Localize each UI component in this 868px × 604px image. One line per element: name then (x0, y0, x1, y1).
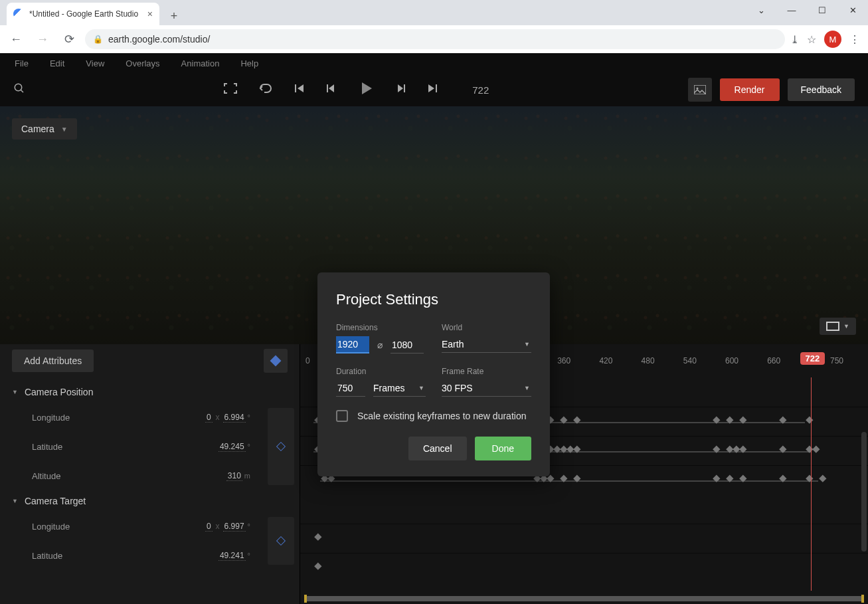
render-button[interactable]: Render (720, 78, 780, 101)
diamond-icon (276, 442, 286, 451)
favicon-icon (13, 9, 24, 19)
forward-button[interactable]: → (32, 29, 53, 50)
group-header-camera-target[interactable]: ▼ Camera Target (0, 490, 300, 512)
address-bar: ← → ⟳ 🔒 earth.google.com/studio/ ⤓ ☆ M ⋮ (0, 25, 868, 53)
skip-end-icon[interactable] (427, 83, 438, 96)
camera-dropdown[interactable]: Camera ▼ (12, 118, 77, 140)
keyframe-button[interactable] (264, 349, 288, 373)
aspect-ratio-button[interactable]: ▼ (820, 318, 856, 335)
url-field[interactable]: 🔒 earth.google.com/studio/ (85, 29, 785, 49)
toolbar: 722 Render Feedback (0, 73, 868, 106)
lock-icon: 🔒 (93, 35, 103, 44)
window-maximize-button[interactable]: ☐ (807, 0, 837, 20)
tab-title: *Untitled - Google Earth Studio (29, 9, 142, 19)
menu-help[interactable]: Help (240, 58, 258, 68)
window-close-button[interactable]: ✕ (837, 0, 868, 20)
step-forward-icon[interactable] (395, 83, 406, 96)
earth-studio-app: File Edit View Overlays Animation Help 7… (0, 53, 868, 604)
vertical-scrollbar[interactable] (861, 432, 867, 552)
url-text: earth.google.com/studio/ (108, 34, 210, 45)
svg-rect-5 (436, 84, 437, 92)
close-tab-icon[interactable]: × (147, 9, 153, 19)
svg-point-0 (15, 84, 22, 91)
tab-search-icon[interactable]: ⌄ (746, 0, 776, 20)
chevron-down-icon: ▼ (418, 385, 424, 391)
chevron-down-icon: ▼ (524, 341, 530, 348)
attr-row-latitude[interactable]: Latitude 49.245° (0, 432, 262, 461)
app-menu-bar: File Edit View Overlays Animation Help (0, 53, 868, 73)
menu-edit[interactable]: Edit (50, 58, 64, 68)
attributes-panel: Add Attributes ▼ Camera Position Longitu… (0, 344, 300, 604)
svg-rect-2 (295, 84, 296, 92)
menu-animation[interactable]: Animation (181, 58, 220, 68)
track-target-longitude[interactable] (300, 524, 868, 553)
framerate-label: Frame Rate (442, 367, 531, 376)
reload-button[interactable]: ⟳ (58, 29, 80, 50)
chevron-down-icon: ▼ (61, 126, 68, 133)
playback-controls: 722 (25, 80, 688, 99)
diamond-icon (270, 355, 282, 367)
attr-row-target-longitude[interactable]: Longitude 0x6.997° (0, 512, 262, 541)
chevron-down-icon: ▼ (524, 385, 530, 391)
loop-icon[interactable] (258, 83, 273, 96)
skip-start-icon[interactable] (294, 83, 305, 96)
new-tab-button[interactable]: + (165, 7, 183, 25)
play-button[interactable] (358, 80, 374, 99)
duration-input[interactable] (336, 380, 365, 397)
browser-tab[interactable]: *Untitled - Google Earth Studio × (7, 3, 159, 25)
caret-down-icon: ▼ (12, 389, 18, 395)
svg-rect-3 (327, 84, 328, 92)
profile-avatar[interactable]: M (824, 31, 841, 48)
chevron-down-icon: ▼ (843, 323, 849, 330)
svg-rect-4 (404, 84, 405, 92)
framerate-select[interactable]: 30 FPS▼ (442, 380, 531, 397)
cancel-button[interactable]: Cancel (408, 437, 467, 460)
install-icon[interactable]: ⤓ (790, 33, 799, 46)
group-header-camera-position[interactable]: ▼ Camera Position (0, 381, 300, 403)
current-frame[interactable]: 722 (472, 84, 489, 96)
tab-bar: *Untitled - Google Earth Studio × + ⌄ — … (0, 0, 868, 25)
diamond-icon (276, 536, 286, 546)
svg-line-1 (21, 90, 23, 92)
world-select[interactable]: Earth▼ (442, 336, 531, 353)
feedback-button[interactable]: Feedback (788, 78, 855, 101)
menu-view[interactable]: View (86, 58, 104, 68)
attr-row-target-latitude[interactable]: Latitude 49.241° (0, 541, 262, 570)
scale-keyframes-label: Scale existing keyframes to new duration (357, 411, 526, 421)
bookmark-icon[interactable]: ☆ (807, 33, 816, 46)
duration-label: Duration (336, 367, 426, 376)
project-settings-modal: Project Settings Dimensions ⌀ World Eart… (317, 272, 550, 476)
link-icon[interactable]: ⌀ (377, 340, 383, 350)
browser-chrome: *Untitled - Google Earth Studio × + ⌄ — … (0, 0, 868, 53)
caret-down-icon: ▼ (12, 498, 18, 504)
rectangle-icon (826, 322, 839, 331)
done-button[interactable]: Done (475, 437, 531, 460)
kebab-menu-icon[interactable]: ⋮ (849, 33, 860, 46)
snapshot-icon[interactable] (688, 78, 712, 102)
dimensions-label: Dimensions (336, 323, 426, 332)
timeline-scrollbar[interactable] (304, 596, 864, 601)
keyframe-column[interactable] (268, 517, 294, 565)
height-input[interactable] (391, 337, 424, 353)
width-input[interactable] (336, 336, 369, 353)
attr-row-altitude[interactable]: Altitude 310m (0, 461, 262, 490)
menu-overlays[interactable]: Overlays (126, 58, 159, 68)
track-target-latitude[interactable] (300, 553, 868, 582)
scale-keyframes-checkbox[interactable] (336, 410, 348, 422)
world-label: World (442, 323, 531, 332)
back-button[interactable]: ← (5, 29, 27, 50)
search-icon[interactable] (13, 82, 25, 97)
window-minimize-button[interactable]: — (776, 0, 807, 20)
keyframe-column[interactable] (268, 408, 294, 485)
add-attributes-button[interactable]: Add Attributes (12, 350, 94, 372)
attr-row-longitude[interactable]: Longitude 0x6.994° (0, 403, 262, 432)
step-back-icon[interactable] (326, 83, 337, 96)
duration-unit-select[interactable]: Frames▼ (373, 380, 426, 397)
fullscreen-icon[interactable] (224, 83, 237, 96)
menu-file[interactable]: File (15, 58, 29, 68)
playhead-line[interactable] (811, 377, 812, 591)
modal-title: Project Settings (336, 291, 531, 308)
